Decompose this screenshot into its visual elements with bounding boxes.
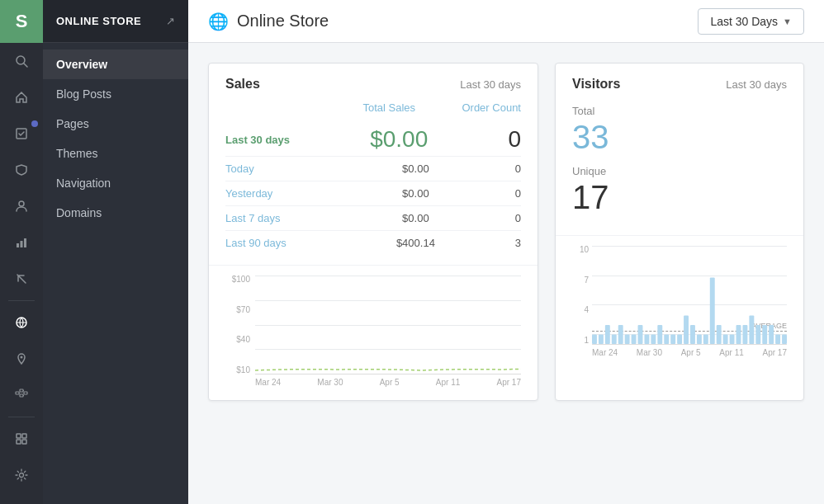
v-y-7: 7 [584, 276, 589, 285]
main-content: 🌐 Online Store Last 30 Days ▼ Sales Last… [188, 0, 824, 504]
v-x-apr11: Apr 11 [719, 348, 743, 357]
sales-y-label-40: $40 [236, 336, 250, 344]
apps-nav-icon[interactable] [0, 421, 43, 457]
nav-item-overview[interactable]: Overview [43, 49, 188, 79]
sales-row-7days: Last 7 days $0.00 0 [225, 205, 521, 230]
svg-rect-44 [762, 325, 767, 344]
sales-row-90days: Last 90 days $400.14 3 [225, 230, 521, 255]
discounts-nav-icon[interactable] [0, 261, 43, 297]
sales-7days-count: 0 [515, 212, 521, 224]
sales-x-apr17: Apr 17 [497, 378, 521, 387]
total-sales-header: Total Sales [362, 101, 415, 114]
globe-icon: 🌐 [208, 12, 229, 31]
sales-col-headers: Total Sales Order Count [225, 101, 521, 120]
visitors-stats: Total 33 Unique 17 [556, 101, 803, 232]
sales-y-label-10: $10 [236, 366, 250, 374]
svg-rect-10 [20, 389, 23, 392]
svg-rect-6 [24, 238, 26, 247]
icon-sidebar: S [0, 0, 43, 504]
sidebar-separator-2 [8, 417, 35, 417]
nav-item-navigation[interactable]: Navigation [43, 168, 188, 198]
svg-rect-29 [664, 334, 669, 344]
svg-rect-46 [775, 334, 780, 344]
location-nav-icon[interactable] [0, 341, 43, 377]
total-value: 33 [572, 119, 787, 155]
svg-rect-31 [677, 334, 682, 344]
svg-rect-36 [710, 277, 715, 344]
sales-table: Total Sales Order Count Last 30 days $0.… [209, 101, 537, 261]
sales-90days-count: 3 [515, 237, 521, 249]
content-area: Sales Last 30 days Total Sales Order Cou… [188, 43, 824, 421]
sales-card-date: Last 30 days [460, 78, 521, 91]
svg-rect-32 [684, 315, 689, 344]
app-logo[interactable]: S [0, 0, 43, 43]
unique-value: 17 [572, 179, 787, 215]
svg-rect-18 [592, 334, 597, 344]
v-y-10: 10 [580, 246, 589, 254]
svg-rect-11 [20, 394, 23, 397]
customers-nav-icon[interactable] [0, 188, 43, 224]
svg-rect-23 [625, 334, 630, 344]
analytics-nav-icon[interactable] [0, 224, 43, 261]
sales-yesterday-count: 0 [515, 187, 521, 200]
channels-nav-icon[interactable] [0, 377, 43, 413]
dropdown-caret-icon: ▼ [783, 16, 792, 26]
sales-x-apr11: Apr 11 [436, 378, 460, 387]
svg-rect-34 [697, 334, 702, 344]
svg-rect-37 [717, 325, 722, 344]
sales-row-highlight: Last 30 days $0.00 0 [225, 120, 521, 156]
nav-panel: ONLINE STORE ↗ Overview Blog Posts Pages… [43, 0, 188, 504]
sales-x-mar30: Mar 30 [317, 378, 343, 387]
visitors-chart: 10 7 4 1 AVERAGE [556, 235, 803, 370]
svg-rect-35 [703, 334, 708, 344]
v-x-mar24: Mar 24 [592, 348, 618, 357]
svg-point-8 [21, 356, 23, 359]
sales-yesterday-value: $0.00 [374, 187, 457, 200]
sales-row-last30-count: 0 [508, 126, 521, 153]
products-nav-icon[interactable] [0, 152, 43, 188]
nav-item-pages[interactable]: Pages [43, 109, 188, 139]
nav-item-themes[interactable]: Themes [43, 139, 188, 168]
svg-rect-4 [17, 243, 19, 247]
svg-rect-39 [730, 334, 735, 344]
v-y-4: 4 [584, 306, 589, 314]
sales-90days-label: Last 90 days [225, 237, 316, 249]
home-nav-icon[interactable] [0, 79, 43, 115]
svg-rect-12 [24, 392, 27, 394]
nav-item-domains[interactable]: Domains [43, 198, 188, 228]
v-x-apr5: Apr 5 [681, 348, 701, 357]
svg-rect-25 [638, 325, 643, 344]
svg-rect-14 [22, 434, 26, 438]
sales-today-label: Today [225, 163, 316, 175]
sales-today-value: $0.00 [374, 163, 457, 175]
svg-rect-43 [755, 325, 760, 344]
svg-rect-9 [16, 392, 19, 394]
sales-y-label-100: $100 [232, 276, 250, 284]
svg-rect-33 [690, 325, 695, 344]
sidebar-separator [8, 300, 35, 301]
visitors-card-header: Visitors Last 30 days [556, 64, 803, 101]
sales-row-today: Today $0.00 0 [225, 156, 521, 181]
online-store-nav-icon[interactable] [0, 304, 43, 341]
sales-card: Sales Last 30 days Total Sales Order Cou… [208, 63, 538, 401]
unique-label: Unique [572, 165, 787, 177]
svg-rect-19 [599, 334, 604, 344]
svg-rect-27 [651, 334, 656, 344]
store-header: ONLINE STORE ↗ [43, 0, 188, 43]
orders-nav-icon[interactable] [0, 115, 43, 152]
svg-rect-40 [736, 325, 741, 344]
sales-yesterday-label: Yesterday [225, 187, 316, 200]
settings-nav-icon[interactable] [0, 457, 43, 493]
date-filter-label: Last 30 Days [710, 15, 778, 28]
svg-rect-38 [723, 334, 728, 344]
external-link-icon[interactable]: ↗ [166, 15, 175, 27]
date-filter-dropdown[interactable]: Last 30 Days ▼ [698, 8, 804, 35]
v-x-mar30: Mar 30 [637, 348, 662, 357]
search-nav-icon[interactable] [0, 43, 43, 79]
visitors-chart-area: AVERAGE [592, 246, 787, 345]
sales-x-apr5: Apr 5 [380, 378, 400, 387]
visitors-card: Visitors Last 30 days Total 33 Unique 17… [555, 63, 804, 401]
v-y-1: 1 [584, 337, 589, 345]
page-title-text: Online Store [237, 12, 329, 31]
nav-item-blog-posts[interactable]: Blog Posts [43, 79, 188, 109]
